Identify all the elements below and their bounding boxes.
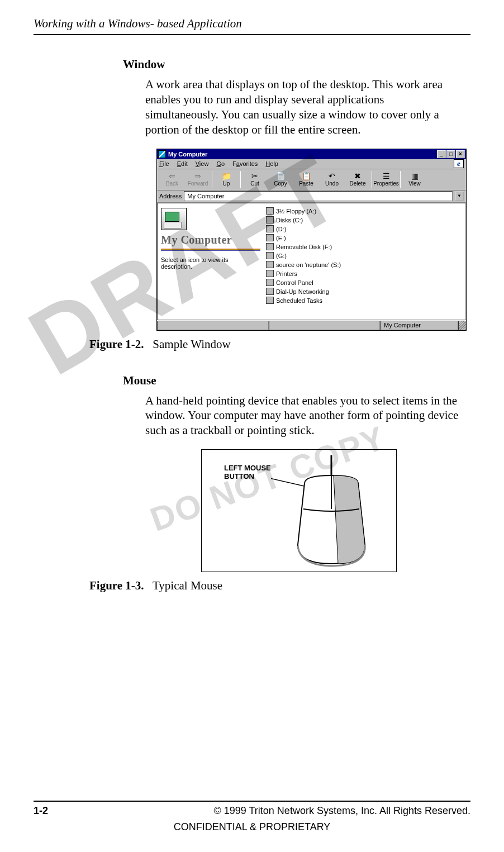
address-value: My Computer [187,193,224,199]
scheduled-tasks-icon [266,297,274,304]
resize-grip[interactable] [458,321,466,330]
caption-fig-1-2: Figure 1-2. Sample Window [89,337,470,351]
items-pane: 3½ Floppy (A:) Disks (C:) (D:) (E:) Remo… [264,203,465,320]
menu-view[interactable]: View [196,160,209,167]
address-dropdown[interactable]: ▼ [455,192,464,201]
left-pane-hint: Select an icon to view its description. [161,256,260,270]
term-window: Window [123,58,470,72]
addressbar: Address My Computer ▼ [157,191,466,203]
list-item[interactable]: Printers [266,269,463,278]
list-item[interactable]: (G:) [266,251,463,260]
confidential-notice: CONFIDENTIAL & PROPRIETARY [34,821,470,833]
tb-back[interactable]: ⇐Back [159,172,185,187]
tb-forward[interactable]: ⇒Forward [185,172,211,187]
address-label: Address [159,193,182,199]
list-item[interactable]: Scheduled Tasks [266,296,463,305]
printers-icon [266,270,274,277]
list-item[interactable]: (D:) [266,225,463,234]
sample-window-figure: My Computer _ □ × File Edit View Go Favo… [156,149,467,331]
color-divider [161,249,260,251]
status-mid [269,321,381,330]
list-item[interactable]: 3½ Floppy (A:) [266,207,463,216]
mouse-figure: LEFT MOUSEBUTTON [201,449,397,572]
system-menu-icon[interactable] [158,150,166,158]
status-left [157,321,269,330]
list-item[interactable]: Disks (C:) [266,216,463,225]
close-button[interactable]: × [456,150,465,158]
removable-icon [266,243,274,250]
menu-edit[interactable]: Edit [177,160,188,167]
tb-paste[interactable]: 📋Paste [293,172,319,187]
drive-icon [266,225,274,232]
tb-sep [400,171,401,188]
term-mouse: Mouse [123,374,470,388]
tb-undo[interactable]: ↶Undo [319,172,345,187]
page-footer: 1-2 © 1999 Triton Network Systems, Inc. … [34,801,470,833]
ie-logo-icon [454,159,464,168]
list-item[interactable]: Removable Disk (F:) [266,242,463,251]
minimize-button[interactable]: _ [437,150,446,158]
mouse-illustration [271,455,388,567]
drive-icon [266,216,274,223]
my-computer-big-icon [161,208,187,230]
network-drive-icon [266,261,274,268]
running-head: Working with a Windows- based Applicatio… [34,17,470,35]
tb-cut[interactable]: ✂Cut [242,172,268,187]
maximize-button[interactable]: □ [446,150,455,158]
control-panel-icon [266,279,274,286]
left-pane-heading: My Computer [161,234,260,246]
menu-help[interactable]: Help [265,160,278,167]
mouse-callout-label: LEFT MOUSEBUTTON [224,464,271,481]
menu-go[interactable]: Go [216,160,225,167]
drive-icon [266,252,274,259]
tb-sep [212,171,212,188]
caption-fig-1-3: Figure 1-3. Typical Mouse [89,579,470,593]
tb-delete[interactable]: ✖Delete [345,172,370,187]
tb-up[interactable]: 📁Up [213,172,239,187]
list-item[interactable]: source on 'neptune' (S:) [266,260,463,269]
list-item[interactable]: Control Panel [266,278,463,287]
page-number: 1-2 [34,805,48,817]
tb-properties[interactable]: ☰Properties [373,172,399,187]
menubar: File Edit View Go Favorites Help [157,159,466,169]
left-pane: My Computer Select an icon to view its d… [158,203,264,320]
tb-copy[interactable]: 📄Copy [268,172,293,187]
copyright: © 1999 Triton Network Systems, Inc. All … [214,805,470,817]
statusbar: My Computer [157,320,466,330]
list-item[interactable]: Dial-Up Networking [266,287,463,296]
status-right: My Computer [380,321,458,330]
floppy-icon [266,207,274,215]
toolbar: ⇐Back ⇒Forward 📁Up ✂Cut 📄Copy 📋Paste ↶Un… [157,169,466,191]
tb-sep [372,171,372,188]
para-window: A work area that displays on top of the … [145,77,459,137]
tb-views[interactable]: ▥View [402,172,427,187]
drive-icon [266,234,274,241]
window-title: My Computer [168,151,436,158]
dialup-icon [266,288,274,295]
titlebar[interactable]: My Computer _ □ × [157,149,466,159]
address-field[interactable]: My Computer [184,191,453,201]
tb-sep [240,171,241,188]
menu-favorites[interactable]: Favorites [232,160,258,167]
para-mouse: A hand-held pointing device that enables… [145,393,459,439]
list-item[interactable]: (E:) [266,234,463,242]
menu-file[interactable]: File [159,160,169,167]
